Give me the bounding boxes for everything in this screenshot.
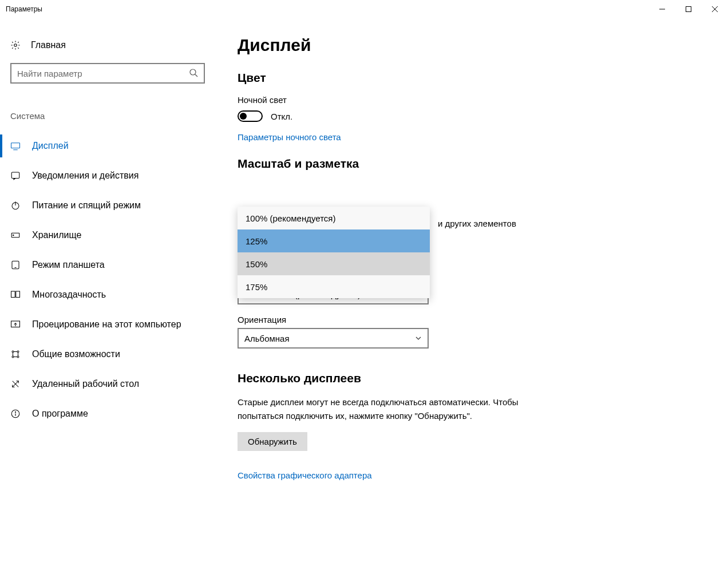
notification-icon [10, 171, 21, 181]
home-label: Главная [31, 40, 66, 50]
gpu-properties-link[interactable]: Свойства графического адаптера [238, 470, 705, 480]
svg-point-22 [12, 356, 14, 358]
svg-point-4 [14, 44, 17, 47]
nav-item-info[interactable]: О программе [0, 399, 226, 429]
nightlight-toggle[interactable] [238, 110, 263, 122]
search-icon [189, 68, 198, 79]
gear-icon [10, 40, 21, 50]
multi-heading: Несколько дисплеев [238, 371, 705, 385]
orientation-dropdown[interactable]: Альбомная [238, 328, 429, 349]
search-input[interactable] [17, 69, 189, 78]
nav-item-storage[interactable]: Хранилище [0, 220, 226, 250]
detect-button[interactable]: Обнаружить [238, 432, 307, 451]
svg-point-13 [13, 235, 14, 236]
display-icon [10, 141, 21, 151]
search-box[interactable] [10, 63, 205, 84]
window-title: Параметры [6, 5, 42, 13]
svg-rect-17 [16, 291, 20, 298]
nav-item-remote[interactable]: Удаленный рабочий стол [0, 369, 226, 399]
minimize-button[interactable] [649, 0, 675, 18]
scale-option[interactable]: 150% [238, 252, 430, 275]
shared-icon [10, 349, 21, 359]
nav-item-label: Проецирование на этот компьютер [32, 319, 181, 330]
multi-text: Старые дисплеи могут не всегда подключат… [238, 395, 558, 423]
nav: ДисплейУведомления и действияПитание и с… [0, 131, 226, 429]
chevron-down-icon [415, 334, 422, 343]
svg-point-5 [190, 69, 196, 75]
nav-item-display[interactable]: Дисплей [0, 131, 226, 161]
svg-rect-1 [686, 7, 691, 12]
nav-item-multitask[interactable]: Многозадачность [0, 280, 226, 310]
multitask-icon [10, 290, 21, 300]
svg-point-32 [15, 411, 15, 412]
orientation-label: Ориентация [238, 315, 705, 324]
svg-point-20 [12, 351, 14, 353]
nav-item-project[interactable]: Проецирование на этот компьютер [0, 310, 226, 339]
orientation-value: Альбомная [244, 334, 290, 343]
content: Дисплей Цвет Ночной свет Откл. Параметры… [226, 18, 728, 495]
nav-item-shared[interactable]: Общие возможности [0, 339, 226, 369]
section-label: Система [10, 111, 226, 121]
nav-item-label: Общие возможности [32, 349, 120, 359]
scale-label-tail: и других элементов [438, 219, 516, 228]
scale-dropdown-open[interactable]: 100% (рекомендуется)125%150%175% [238, 207, 430, 298]
nightlight-settings-link[interactable]: Параметры ночного света [238, 132, 705, 142]
svg-line-6 [195, 74, 197, 77]
scale-heading: Масштаб и разметка [238, 157, 705, 171]
sidebar: Главная Система ДисплейУведомления и дей… [0, 18, 226, 495]
nightlight-state: Откл. [271, 112, 292, 121]
home-link[interactable]: Главная [10, 35, 226, 55]
window-controls [649, 0, 728, 18]
color-heading: Цвет [238, 71, 705, 85]
info-icon [10, 409, 21, 419]
nav-item-label: О программе [32, 409, 88, 419]
nav-item-label: Многозадачность [32, 290, 106, 300]
scale-option[interactable]: 125% [238, 229, 430, 252]
nav-item-label: Уведомления и действия [32, 171, 139, 181]
nav-item-label: Дисплей [32, 141, 69, 151]
svg-point-21 [17, 351, 19, 353]
remote-icon [10, 379, 21, 389]
nav-item-label: Режим планшета [32, 260, 105, 270]
close-button[interactable] [702, 0, 728, 18]
nightlight-label: Ночной свет [238, 95, 705, 105]
maximize-button[interactable] [675, 0, 702, 18]
svg-rect-16 [11, 291, 15, 298]
svg-rect-7 [11, 143, 20, 148]
svg-rect-9 [11, 172, 19, 179]
storage-icon [10, 230, 21, 240]
scale-option[interactable]: 100% (рекомендуется) [238, 207, 430, 229]
nav-item-label: Хранилище [32, 230, 81, 240]
nav-item-tablet[interactable]: Режим планшета [0, 250, 226, 280]
svg-point-23 [17, 356, 19, 358]
project-icon [10, 319, 21, 330]
page-title: Дисплей [238, 35, 705, 55]
nav-item-label: Питание и спящий режим [32, 200, 141, 211]
power-icon [10, 200, 21, 211]
nav-item-power[interactable]: Питание и спящий режим [0, 191, 226, 220]
tablet-icon [10, 260, 21, 270]
titlebar: Параметры [0, 0, 728, 18]
nav-item-label: Удаленный рабочий стол [32, 379, 139, 389]
nav-item-notification[interactable]: Уведомления и действия [0, 161, 226, 191]
scale-option[interactable]: 175% [238, 275, 430, 298]
